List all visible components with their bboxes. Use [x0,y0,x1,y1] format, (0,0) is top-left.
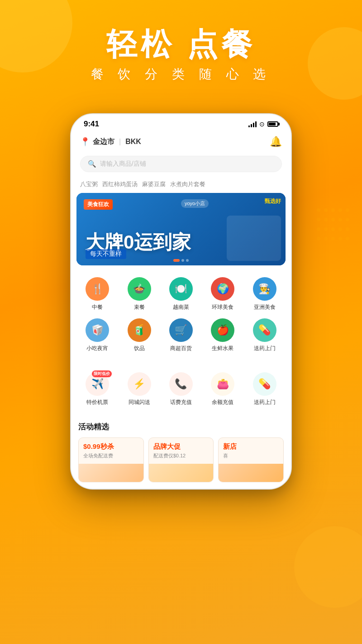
plane-icon: ✈️ [91,378,104,390]
category-row-2: 🥡 小吃夜宵 🧃 饮品 🛒 商超百货 [76,318,286,352]
service-wallet[interactable]: 👛 余额充值 [205,372,241,406]
wallet-icon: 👛 [217,378,229,390]
activity-section: 活动精选 $0.99秒杀 全场免配送费 品牌大促 配送费仅$0.12 [71,415,291,489]
service-medicine-icon-wrap: 💊 [253,372,276,396]
location-area[interactable]: 📍 金边市 | BKK [80,137,141,147]
service-row: 限时低价 ✈️ 特价机票 ⚡ 同城闪送 📞 话费充值 [76,372,286,406]
promo-banner[interactable]: 美食狂欢 yoyo小店 甄选好 大牌0运到家 每天不重样 [76,193,286,265]
quick-tag-3[interactable]: 麻婆豆腐 [142,180,166,188]
activity-card-3[interactable]: 新店 喜 [218,437,284,482]
cat-supermarket[interactable]: 🛒 商超百货 [163,318,199,352]
cat-supermarket-label: 商超百货 [170,345,192,352]
service-phone-label: 话费充值 [170,399,192,406]
flash-icon: ⚡ [133,378,145,390]
services-section: 限时低价 ✈️ 特价机票 ⚡ 同城闪送 📞 话费充值 [71,367,291,412]
service-flights-label: 特价机票 [86,399,108,406]
quick-tag-2[interactable]: 西红柿鸡蛋汤 [102,180,138,188]
activity-card-2-price: 品牌大促 [153,442,209,451]
hero-text-area: 轻松 点餐 餐 饮 分 类 随 心 选 [0,27,362,83]
cat-chinese-icon: 🍴 [86,277,109,301]
activity-card-1-price: $0.99秒杀 [83,442,139,451]
quick-tag-1[interactable]: 八宝粥 [80,180,98,188]
phone-mockup: 9:41 ⊙ 📍 金边市 | BKK [70,113,292,490]
service-flash-icon-wrap: ⚡ [128,372,151,396]
banner-food-decoration [227,216,281,261]
activity-card-2-visual [149,464,214,482]
cat-asian-icon: 👨‍🍳 [253,277,276,301]
signal-icon [248,121,257,127]
cat-khmer-label: 束餐 [134,303,145,311]
banner-store-label: yoyo小店 [181,199,209,208]
banner-badge: 美食狂欢 [84,199,113,210]
service-flights[interactable]: 限时低价 ✈️ 特价机票 [79,372,115,406]
cat-snack-icon: 🥡 [86,318,109,342]
cat-drinks[interactable]: 🧃 饮品 [121,318,157,352]
cat-world-icon: 🌍 [211,277,234,301]
cat-asian[interactable]: 👨‍🍳 亚洲美食 [247,277,283,311]
hero-subtitle: 餐 饮 分 类 随 心 选 [0,66,362,83]
phone-frame: 9:41 ⊙ 📍 金边市 | BKK [70,113,292,490]
cat-asian-label: 亚洲美食 [254,303,276,311]
service-flights-badge: 限时低价 [92,370,112,377]
search-input[interactable]: 🔍 请输入商品/店铺 [80,156,282,172]
battery-icon [267,121,278,127]
activity-section-title: 活动精选 [78,422,284,432]
notification-bell-icon[interactable]: 🔔 [270,136,282,148]
banner-promo-text: 甄选好 [265,197,281,205]
wifi-icon: ⊙ [259,120,265,128]
banner-dot-2 [181,259,184,262]
service-flash-label: 同城闪送 [129,399,150,406]
cat-fresh-label: 生鲜水果 [212,345,233,352]
cat-khmer[interactable]: 🍲 束餐 [121,277,157,311]
category-row-1: 🍴 中餐 🍲 束餐 🍽️ 越南菜 [76,277,286,311]
status-bar: 9:41 ⊙ [71,114,291,131]
location-divider: | [119,138,121,146]
quick-tags-row: 八宝粥 西红柿鸡蛋汤 麻婆豆腐 水煮肉片套餐 [71,178,291,193]
hero-title: 轻松 点餐 [0,27,362,61]
service-medicine-label: 送药上门 [254,399,276,406]
status-icons: ⊙ [248,120,278,128]
banner-dot-1 [173,259,180,262]
service-wallet-icon-wrap: 👛 [211,372,234,396]
cat-fresh[interactable]: 🍎 生鲜水果 [205,318,241,352]
cat-chinese[interactable]: 🍴 中餐 [79,277,115,311]
food-categories: 🍴 中餐 🍲 束餐 🍽️ 越南菜 [71,270,291,363]
activity-card-1[interactable]: $0.99秒杀 全场免配送费 [78,437,144,482]
activity-card-1-visual [79,464,143,482]
quick-tag-4[interactable]: 水煮肉片套餐 [170,180,205,188]
search-bar-container: 🔍 请输入商品/店铺 [71,152,291,178]
cat-world[interactable]: 🌍 环球美食 [205,277,241,311]
cat-snack[interactable]: 🥡 小吃夜宵 [79,318,115,352]
location-code: BKK [125,138,141,146]
activity-card-2-desc: 配送费仅$0.12 [153,452,209,459]
deco-dots [317,208,353,245]
cat-vietnamese[interactable]: 🍽️ 越南菜 [163,277,199,311]
cat-medicine-label: 送药上门 [254,345,276,352]
cat-world-label: 环球美食 [212,303,233,311]
activity-card-3-visual [219,464,283,482]
phone-icon: 📞 [175,378,187,390]
banner-dots [173,259,189,262]
cat-vietnamese-label: 越南菜 [173,303,189,311]
service-phone[interactable]: 📞 话费充值 [163,372,199,406]
service-medicine-delivery[interactable]: 💊 送药上门 [247,372,283,406]
activity-card-3-desc: 喜 [223,452,279,459]
location-pin-icon: 📍 [80,137,90,147]
service-phone-icon-wrap: 📞 [169,372,193,396]
status-time: 9:41 [84,120,99,129]
cat-supermarket-icon: 🛒 [169,318,193,342]
search-icon: 🔍 [88,160,96,168]
cat-drinks-label: 饮品 [134,345,145,352]
cat-snack-label: 小吃夜宵 [86,345,108,352]
cat-chinese-label: 中餐 [92,303,103,311]
cat-medicine[interactable]: 💊 送药上门 [247,318,283,352]
search-placeholder: 请输入商品/店铺 [100,160,146,168]
cat-khmer-icon: 🍲 [128,277,151,301]
app-header: 📍 金边市 | BKK 🔔 [71,131,291,152]
cat-medicine-icon: 💊 [253,318,276,342]
activity-card-2[interactable]: 品牌大促 配送费仅$0.12 [148,437,214,482]
cat-vietnamese-icon: 🍽️ [169,277,193,301]
service-flash[interactable]: ⚡ 同城闪送 [121,372,157,406]
cat-fresh-icon: 🍎 [211,318,234,342]
activity-card-3-price: 新店 [223,442,279,451]
